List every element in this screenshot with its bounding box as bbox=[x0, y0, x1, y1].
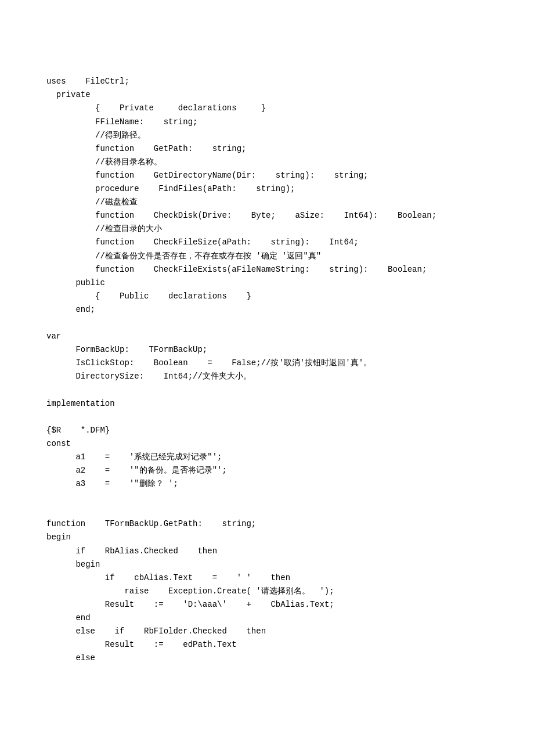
code-content: uses FileCtrl; private { Private declara… bbox=[46, 35, 511, 665]
code-line: function CheckFileExists(aFileNameString… bbox=[46, 263, 511, 276]
code-line: end; bbox=[46, 303, 511, 316]
code-line: a2 = '"的备份。是否将记录"'; bbox=[46, 464, 511, 477]
code-line: IsClickStop: Boolean = False;//按'取消'按钮时返… bbox=[46, 357, 511, 370]
code-line: procedure FindFiles(aPath: string); bbox=[46, 182, 511, 196]
code-line: uses FileCtrl; bbox=[46, 75, 511, 88]
code-line: else if RbFIolder.Checked then bbox=[46, 625, 511, 638]
code-line bbox=[46, 62, 511, 75]
code-line: if cbAlias.Text = ' ' then bbox=[46, 571, 511, 585]
code-line bbox=[46, 48, 511, 62]
code-line: Result := edPath.Text bbox=[46, 638, 511, 651]
code-line: function GetDirectoryName(Dir: string): … bbox=[46, 169, 511, 182]
code-line: begin bbox=[46, 558, 511, 571]
code-line bbox=[46, 316, 511, 330]
code-line: //得到路径。 bbox=[46, 129, 511, 142]
code-line: { Public declarations } bbox=[46, 290, 511, 303]
code-line: //获得目录名称。 bbox=[46, 156, 511, 169]
code-line: function GetPath: string; bbox=[46, 142, 511, 156]
code-line: FormBackUp: TFormBackUp; bbox=[46, 343, 511, 357]
code-line bbox=[46, 383, 511, 397]
code-line: const bbox=[46, 437, 511, 451]
code-line: //磁盘检查 bbox=[46, 196, 511, 209]
code-line: Result := 'D:\aaa\' + CbAlias.Text; bbox=[46, 598, 511, 611]
code-line: end bbox=[46, 611, 511, 625]
code-line: var bbox=[46, 330, 511, 343]
code-line: else bbox=[46, 651, 511, 665]
code-line: //检查目录的大小 bbox=[46, 222, 511, 236]
code-line: begin bbox=[46, 531, 511, 544]
code-line: //检查备份文件是否存在，不存在或存在按 '确定 '返回"真" bbox=[46, 250, 511, 263]
code-line: a3 = '"删除？ '; bbox=[46, 477, 511, 491]
code-line bbox=[46, 491, 511, 504]
code-line: { Private declarations } bbox=[46, 102, 511, 115]
code-line: {$R *.DFM} bbox=[46, 424, 511, 437]
code-line: public bbox=[46, 276, 511, 290]
code-line: FFileName: string; bbox=[46, 116, 511, 129]
code-line: private bbox=[46, 88, 511, 102]
code-line: function CheckFileSize(aPath: string): I… bbox=[46, 236, 511, 249]
code-line: implementation bbox=[46, 397, 511, 411]
code-line: if RbAlias.Checked then bbox=[46, 545, 511, 558]
code-line: raise Exception.Create( '请选择别名。 '); bbox=[46, 585, 511, 598]
code-line bbox=[46, 504, 511, 517]
code-line: DirectorySize: Int64;//文件夹大小。 bbox=[46, 370, 511, 383]
code-line: function TFormBackUp.GetPath: string; bbox=[46, 517, 511, 531]
code-line: function CheckDisk(Drive: Byte; aSize: I… bbox=[46, 209, 511, 222]
code-line: a1 = '系统已经完成对记录"'; bbox=[46, 451, 511, 464]
code-line bbox=[46, 411, 511, 424]
